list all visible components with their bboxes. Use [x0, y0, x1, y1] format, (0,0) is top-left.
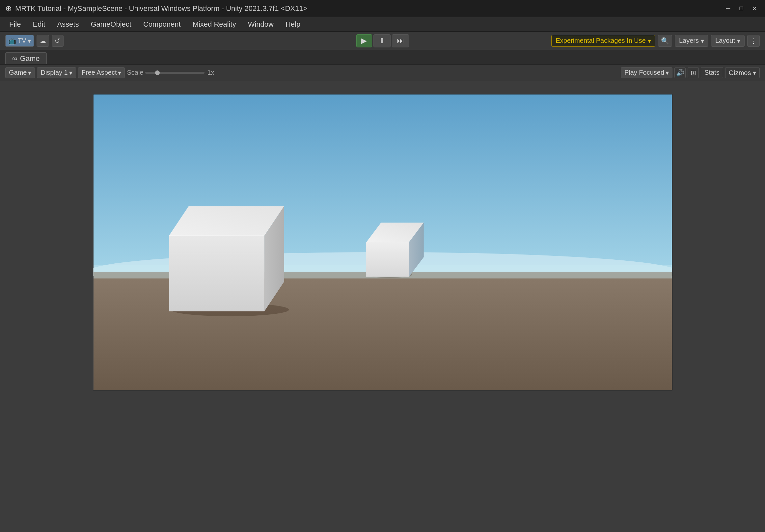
game-tab[interactable]: ∞ Game — [5, 52, 47, 64]
main-toolbar: 📺 TV ▾ ☁ ↺ ▶ ⏸ ⏭ Experimental Packages I… — [0, 32, 765, 50]
more-button[interactable]: ⋮ — [747, 35, 760, 47]
stats-label: Stats — [704, 69, 720, 76]
audio-icon: 🔊 — [676, 69, 684, 77]
toolbar-right: Experimental Packages In Use ▾ 🔍 Layers … — [411, 35, 760, 47]
play-focused-button[interactable]: Play Focused ▾ — [621, 67, 672, 78]
step-button[interactable]: ⏭ — [392, 34, 409, 47]
game-tab-icon: ∞ — [12, 54, 17, 63]
exp-pkg-dropdown-icon: ▾ — [648, 37, 651, 45]
cloud-button[interactable]: ☁ — [37, 35, 49, 47]
aspect-dropdown[interactable]: Free Aspect ▾ — [78, 67, 125, 78]
scene-svg — [93, 95, 672, 390]
menu-mixed-reality[interactable]: Mixed Reality — [187, 18, 241, 31]
tv-icon: 📺 — [8, 37, 16, 45]
experimental-packages-button[interactable]: Experimental Packages In Use ▾ — [551, 35, 655, 47]
window-controls: ─ □ ✕ — [723, 3, 760, 14]
play-button[interactable]: ▶ — [356, 34, 372, 47]
tv-button[interactable]: 📺 TV ▾ — [5, 35, 34, 47]
layout-button[interactable]: Layout ▾ — [711, 35, 745, 47]
layers-label: Layers — [679, 37, 699, 44]
search-icon: 🔍 — [661, 37, 669, 45]
window-title: MRTK Tutorial - MySampleScene - Universa… — [15, 4, 307, 13]
exp-pkg-label: Experimental Packages In Use — [555, 37, 645, 44]
game-dropdown[interactable]: Game ▾ — [5, 67, 35, 78]
stats-button[interactable]: Stats — [701, 67, 723, 78]
grid-button[interactable]: ⊞ — [688, 67, 699, 78]
layout-label: Layout — [715, 37, 735, 44]
game-viewport-area — [0, 81, 765, 404]
game-viewport — [93, 94, 672, 390]
play-focused-label: Play Focused — [624, 69, 664, 76]
menu-gameobject[interactable]: GameObject — [85, 18, 137, 31]
menu-window[interactable]: Window — [243, 18, 279, 31]
large-cube-top — [169, 206, 284, 236]
menu-edit[interactable]: Edit — [27, 18, 50, 31]
tab-bar: ∞ Game — [0, 50, 765, 65]
gizmos-dropdown-icon: ▾ — [753, 69, 756, 76]
aspect-label: Free Aspect — [82, 69, 117, 76]
maximize-button[interactable]: □ — [736, 3, 747, 14]
menu-file[interactable]: File — [4, 18, 26, 31]
game-label: Game — [9, 69, 27, 76]
tv-dropdown-icon: ▾ — [28, 37, 31, 45]
display-dropdown-icon: ▾ — [69, 69, 72, 77]
layers-button[interactable]: Layers ▾ — [675, 35, 708, 47]
title-bar: ⊕ MRTK Tutorial - MySampleScene - Univer… — [0, 0, 765, 17]
menu-help[interactable]: Help — [280, 18, 306, 31]
display-label: Display 1 — [41, 69, 68, 76]
more-icon: ⋮ — [750, 37, 757, 45]
gizmos-button[interactable]: Gizmos ▾ — [725, 67, 760, 78]
close-button[interactable]: ✕ — [749, 3, 760, 14]
game-view-toolbar: Game ▾ Display 1 ▾ Free Aspect ▾ Scale 1… — [0, 65, 765, 81]
aspect-dropdown-icon: ▾ — [118, 69, 121, 77]
minimize-button[interactable]: ─ — [723, 3, 733, 14]
pause-icon: ⏸ — [379, 37, 385, 45]
toolbar-center: ▶ ⏸ ⏭ — [356, 34, 409, 47]
menu-bar: File Edit Assets GameObject Component Mi… — [0, 17, 765, 32]
scale-value: 1x — [207, 69, 214, 76]
layers-dropdown-icon: ▾ — [701, 37, 704, 45]
display-dropdown[interactable]: Display 1 ▾ — [37, 67, 76, 78]
search-button[interactable]: 🔍 — [658, 35, 672, 47]
scale-thumb — [155, 70, 160, 75]
refresh-button[interactable]: ↺ — [52, 35, 64, 47]
menu-component[interactable]: Component — [138, 18, 186, 31]
play-focused-dropdown-icon: ▾ — [666, 69, 669, 77]
cloud-icon: ☁ — [40, 37, 46, 45]
step-icon: ⏭ — [397, 37, 404, 45]
scale-slider[interactable] — [145, 72, 205, 74]
play-icon: ▶ — [361, 37, 367, 45]
tv-label: TV — [18, 37, 26, 44]
game-tab-label: Game — [20, 54, 40, 63]
menu-assets[interactable]: Assets — [52, 18, 84, 31]
toolbar-left: 📺 TV ▾ ☁ ↺ — [5, 35, 354, 47]
game-dropdown-icon: ▾ — [28, 69, 31, 77]
grid-icon: ⊞ — [691, 69, 696, 77]
gizmos-label: Gizmos — [729, 69, 751, 76]
audio-button[interactable]: 🔊 — [674, 67, 686, 78]
game-right-controls: Play Focused ▾ 🔊 ⊞ Stats Gizmos ▾ — [621, 67, 760, 78]
refresh-icon: ↺ — [55, 37, 60, 45]
small-cube-front — [366, 242, 409, 277]
layout-dropdown-icon: ▾ — [737, 37, 740, 45]
large-cube-front — [169, 236, 264, 311]
pause-button[interactable]: ⏸ — [374, 34, 390, 47]
scale-text: Scale — [127, 69, 143, 76]
